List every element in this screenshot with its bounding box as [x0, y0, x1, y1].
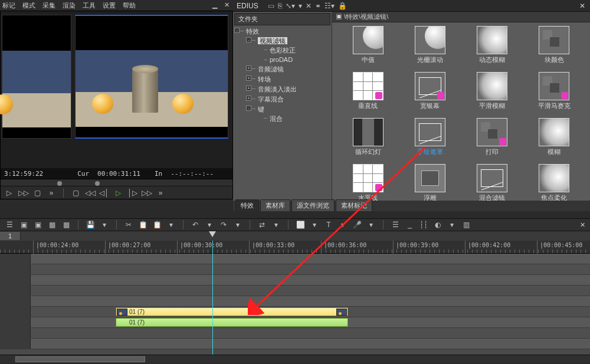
- folder-icon[interactable]: ⎘: [278, 2, 282, 10]
- step-back-icon[interactable]: ◁│: [99, 189, 109, 197]
- toolbar-button[interactable]: ▾: [447, 221, 457, 229]
- toolbar-button[interactable]: ▾: [233, 221, 242, 229]
- toolbar-button[interactable]: ▣: [33, 221, 42, 229]
- tree-item[interactable]: 混合: [270, 115, 283, 122]
- view-icon[interactable]: ☷▾: [324, 2, 335, 10]
- toolbar-button[interactable]: 📋: [152, 221, 162, 229]
- expander-icon[interactable]: +: [246, 86, 251, 91]
- toolbar-button[interactable]: ☰: [391, 221, 400, 229]
- menu-item[interactable]: 标记: [2, 1, 15, 10]
- effect-item[interactable]: 打印: [463, 118, 522, 162]
- expander-icon[interactable]: +: [246, 65, 251, 71]
- effect-item[interactable]: 垂直线: [338, 72, 398, 116]
- effect-item[interactable]: 浮雕: [400, 164, 460, 201]
- playhead[interactable]: [212, 241, 213, 363]
- toolbar-button[interactable]: ▣: [19, 221, 28, 229]
- ff-icon[interactable]: ▷▷: [18, 189, 28, 197]
- ff-icon[interactable]: ▷▷: [142, 189, 151, 197]
- toolbar-button[interactable]: ▾: [338, 221, 348, 229]
- close-button[interactable]: ✕: [222, 1, 231, 8]
- menu-item[interactable]: 工具: [83, 1, 96, 10]
- track-row[interactable]: 01 (7): [0, 317, 590, 328]
- tree-item[interactable]: proDAD: [270, 56, 293, 63]
- toolbar-button[interactable]: 🎤: [352, 221, 362, 229]
- track-header[interactable]: [0, 307, 31, 317]
- tab-library[interactable]: 素材库: [260, 199, 290, 211]
- panel-close-button[interactable]: ✕: [580, 221, 585, 229]
- tree-item[interactable]: 音频淡入淡出: [258, 86, 297, 93]
- tree-root[interactable]: 特效: [246, 28, 259, 35]
- expander-icon[interactable]: +: [246, 76, 251, 81]
- menu-item[interactable]: 渲染: [63, 1, 76, 10]
- track-row[interactable]: [0, 296, 590, 307]
- play-icon[interactable]: ▷: [4, 189, 14, 197]
- toolbar-button[interactable]: ┆┆: [419, 221, 428, 229]
- track-row[interactable]: [0, 339, 590, 349]
- toolbar-button[interactable]: ▾: [166, 221, 176, 229]
- more-icon[interactable]: »: [156, 189, 165, 197]
- toolbar-button[interactable]: ▾: [205, 221, 214, 229]
- effect-item[interactable]: Blur模糊: [525, 118, 584, 162]
- effect-item[interactable]: 手绘遮罩: [400, 118, 460, 162]
- toolbar-button[interactable]: 💾: [86, 221, 95, 229]
- effect-item[interactable]: 动态模糊: [463, 26, 522, 70]
- track-header[interactable]: [0, 339, 31, 349]
- toolbar-button[interactable]: ▥: [461, 221, 471, 229]
- tree-item[interactable]: 字幕混合: [258, 96, 284, 103]
- tree-item[interactable]: 音频滤镜: [258, 65, 284, 73]
- tree-item[interactable]: 色彩校正: [270, 47, 296, 54]
- effect-item[interactable]: 块颜色: [525, 26, 584, 70]
- toolbar-button[interactable]: ⬜: [296, 221, 305, 229]
- track-row[interactable]: 01 (7): [0, 307, 590, 317]
- tree-item-video-filter[interactable]: 视频滤镜: [258, 37, 287, 44]
- track-header[interactable]: [0, 296, 31, 306]
- toolbar-button[interactable]: ✂: [124, 221, 133, 229]
- effect-item[interactable]: 平滑马赛克: [525, 72, 584, 116]
- track-row[interactable]: [0, 275, 590, 286]
- effects-tree[interactable]: 文件夹 -特效 -视频滤镜 色彩校正 proDAD +音频滤镜 +转场 +音频淡…: [233, 12, 332, 201]
- expander-icon[interactable]: -: [234, 28, 240, 33]
- menu-item[interactable]: 设置: [103, 1, 116, 10]
- effect-item[interactable]: 宽银幕: [400, 72, 460, 116]
- track-header[interactable]: [0, 264, 31, 274]
- menu-item[interactable]: 采集: [42, 1, 55, 10]
- effect-item[interactable]: 光栅滚动: [400, 26, 460, 70]
- chevron-down-icon[interactable]: ▾: [299, 2, 302, 10]
- effect-item[interactable]: 混合滤镜: [463, 164, 522, 201]
- toolbar-button[interactable]: ▾: [366, 221, 376, 229]
- toolbar-button[interactable]: ▦: [47, 221, 57, 229]
- track-row[interactable]: [0, 328, 590, 339]
- folder-icon[interactable]: ▭: [268, 2, 274, 10]
- menu-item[interactable]: 模式: [22, 1, 35, 10]
- track-header[interactable]: [0, 275, 31, 285]
- track-header[interactable]: [0, 254, 31, 264]
- tree-item[interactable]: 键: [258, 106, 264, 113]
- stop-icon[interactable]: ▢: [71, 189, 80, 197]
- toolbar-button[interactable]: 📋: [138, 221, 148, 229]
- effect-item[interactable]: Hi平滑模糊: [463, 72, 522, 116]
- track-header[interactable]: [0, 328, 31, 338]
- expander-icon[interactable]: -: [246, 106, 251, 111]
- toolbar-button[interactable]: ▾: [100, 221, 109, 229]
- toolbar-button[interactable]: ↷: [219, 221, 228, 229]
- tree-item[interactable]: 转场: [258, 76, 271, 83]
- scrollbar-thumb[interactable]: [15, 356, 145, 362]
- clip[interactable]: 01 (7): [116, 307, 348, 316]
- toolbar-button[interactable]: ▦: [61, 221, 71, 229]
- time-ruler[interactable]: |00:00:24:00|00:00:27:00|00:00:30:00|00:…: [0, 241, 590, 254]
- close-icon[interactable]: ✕: [306, 2, 312, 10]
- sequence-tab[interactable]: 1: [0, 232, 21, 240]
- track-row[interactable]: [0, 254, 590, 264]
- panel-close-button[interactable]: ✕: [579, 2, 585, 10]
- horizontal-scrollbar[interactable]: [0, 355, 590, 363]
- menu-item[interactable]: 帮助: [123, 1, 136, 10]
- more-icon[interactable]: »: [47, 189, 56, 197]
- toolbar-button[interactable]: ▾: [310, 221, 319, 229]
- track-row[interactable]: [0, 264, 590, 275]
- effect-item[interactable]: 水平线: [338, 164, 398, 201]
- toolbar-button[interactable]: ↶: [191, 221, 200, 229]
- minimize-button[interactable]: ▁: [211, 1, 219, 8]
- track-header[interactable]: [0, 317, 31, 327]
- layout-icon[interactable]: ⤡▾: [286, 2, 295, 10]
- toolbar-button[interactable]: ⇄: [257, 221, 267, 229]
